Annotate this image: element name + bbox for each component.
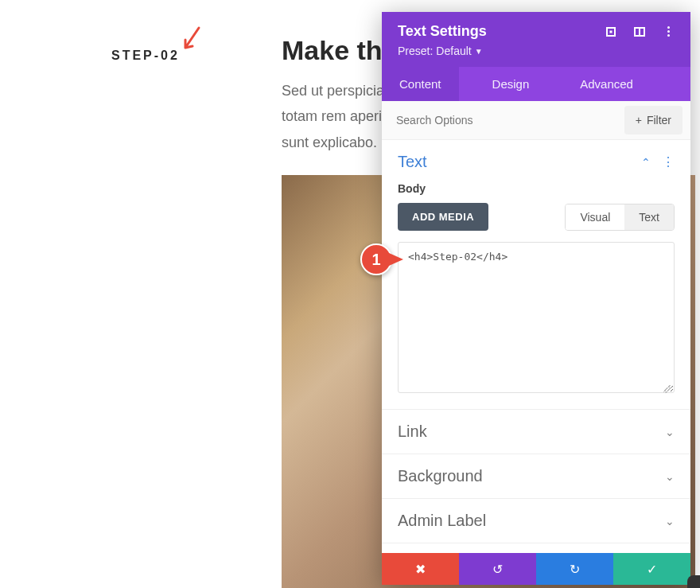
panel-tabs: Content Design Advanced <box>382 67 690 101</box>
filter-button[interactable]: + Filter <box>624 106 682 134</box>
chevron-down-icon: ▼ <box>475 47 483 56</box>
body-label: Body <box>398 182 675 195</box>
panel-header: Text Settings Preset: Default ▼ <box>382 12 690 67</box>
editor-tab-visual[interactable]: Visual <box>566 204 624 230</box>
tab-design[interactable]: Design <box>475 67 547 101</box>
redo-button[interactable]: ↻ <box>536 553 613 585</box>
section-link: Link ⌄ <box>382 410 690 454</box>
step-label: STEP-02 <box>111 49 180 63</box>
search-input[interactable] <box>382 103 624 138</box>
annotation-arrow <box>179 24 203 56</box>
undo-icon: ↺ <box>492 562 503 577</box>
tab-content[interactable]: Content <box>382 67 459 101</box>
kebab-menu-icon[interactable] <box>662 25 675 38</box>
callout-marker: 1 <box>360 243 392 275</box>
expand-icon[interactable] <box>605 25 617 38</box>
plus-icon: + <box>636 114 642 127</box>
undo-button[interactable]: ↺ <box>459 553 536 585</box>
resize-grip[interactable] <box>663 385 671 393</box>
close-icon: ✖ <box>415 562 426 577</box>
section-background: Background ⌄ <box>382 454 690 499</box>
section-text-header[interactable]: Text ⌃ ⋮ <box>398 153 675 171</box>
check-icon: ✓ <box>647 562 657 577</box>
columns-icon[interactable] <box>633 25 646 38</box>
tab-advanced[interactable]: Advanced <box>562 67 651 101</box>
settings-panel: Text Settings Preset: Default ▼ Content … <box>382 12 690 585</box>
chevron-down-icon: ⌄ <box>665 426 675 438</box>
cancel-button[interactable]: ✖ <box>382 553 459 585</box>
add-media-button[interactable]: ADD MEDIA <box>398 203 488 231</box>
redo-icon: ↻ <box>570 562 580 577</box>
page-heading: Make th <box>282 35 383 66</box>
code-editor[interactable] <box>398 242 675 393</box>
save-button[interactable]: ✓ <box>613 553 690 585</box>
section-link-header[interactable]: Link ⌄ <box>398 423 675 441</box>
section-admin-label: Admin Label ⌄ <box>382 499 690 543</box>
chevron-down-icon: ⌄ <box>665 470 675 483</box>
section-kebab-icon[interactable]: ⋮ <box>662 154 675 169</box>
chevron-down-icon: ⌄ <box>665 515 675 528</box>
section-admin-label-header[interactable]: Admin Label ⌄ <box>398 512 675 530</box>
editor-tab-text[interactable]: Text <box>624 204 674 230</box>
preset-selector[interactable]: Preset: Default ▼ <box>398 45 675 57</box>
action-bar: ✖ ↺ ↻ ✓ <box>382 553 690 585</box>
chevron-up-icon: ⌃ <box>641 156 651 169</box>
page-paragraph: Sed ut perspiciat totam rem aperi sunt e… <box>282 78 388 155</box>
section-background-header[interactable]: Background ⌄ <box>398 467 675 485</box>
panel-body: Text ⌃ ⋮ Body ADD MEDIA Visual Text <box>382 140 690 553</box>
panel-title: Text Settings <box>398 23 487 40</box>
corner-handle[interactable] <box>687 575 700 588</box>
section-text: Text ⌃ ⋮ Body ADD MEDIA Visual Text <box>382 140 690 410</box>
search-filter-row: + Filter <box>382 101 690 140</box>
